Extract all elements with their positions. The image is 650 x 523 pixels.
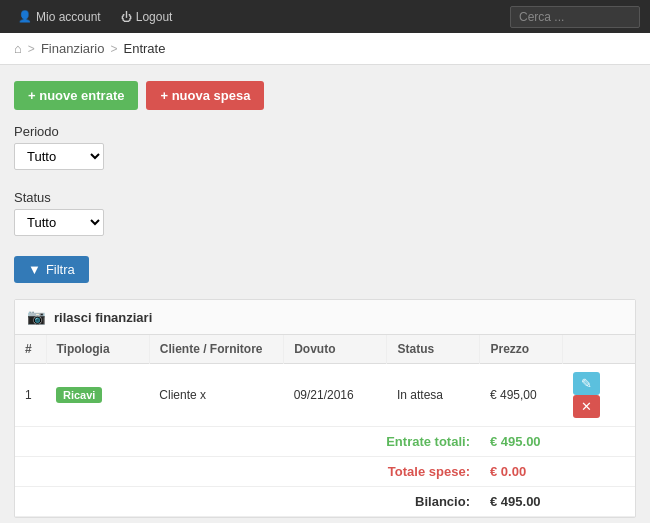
account-icon: 👤 [18, 10, 32, 23]
my-account-button[interactable]: 👤 Mio account [10, 6, 109, 28]
entrate-label: Entrate totali: [15, 427, 480, 457]
entrate-value: € 495.00 [480, 427, 635, 457]
status-filter: Status Tutto In attesa Pagato Annullato [14, 190, 636, 246]
bilancio-label: Bilancio: [15, 487, 480, 517]
bilancio-value: € 495.00 [480, 487, 635, 517]
new-entry-button[interactable]: + nuove entrate [14, 81, 138, 110]
entrate-totali-row: Entrate totali: € 495.00 [15, 427, 635, 457]
bilancio-row: Bilancio: € 495.00 [15, 487, 635, 517]
breadcrumb-finanziario[interactable]: Finanziario [41, 41, 105, 56]
col-cliente: Cliente / Fornitore [149, 335, 283, 364]
main-content: + nuove entrate + nuova spesa Periodo Tu… [0, 65, 650, 523]
spese-value: € 0.00 [480, 457, 635, 487]
table-container: 📷 rilasci finanziari # Tipologia Cliente… [14, 299, 636, 518]
col-dovuto: Dovuto [284, 335, 387, 364]
action-buttons: + nuove entrate + nuova spesa [14, 81, 636, 110]
account-label: Mio account [36, 10, 101, 24]
breadcrumb-current: Entrate [123, 41, 165, 56]
financial-table: # Tipologia Cliente / Fornitore Dovuto S… [15, 335, 635, 517]
filter-label: Filtra [46, 262, 75, 277]
new-expense-button[interactable]: + nuova spesa [146, 81, 264, 110]
periodo-select[interactable]: Tutto Oggi Settimana Mese Anno [14, 143, 104, 170]
breadcrumb-sep-1: > [28, 42, 35, 56]
col-actions [563, 335, 635, 364]
row-prezzo: € 495,00 [480, 364, 563, 427]
col-num: # [15, 335, 46, 364]
top-nav: 👤 Mio account ⏻ Logout [0, 0, 650, 33]
row-actions: ✎ ✕ [563, 364, 635, 427]
status-label: Status [14, 190, 636, 205]
tipologia-badge: Ricavi [56, 387, 102, 403]
nav-left: 👤 Mio account ⏻ Logout [10, 6, 180, 28]
row-status: In attesa [387, 364, 480, 427]
table-header-row: 📷 rilasci finanziari [15, 300, 635, 335]
totale-spese-row: Totale spese: € 0.00 [15, 457, 635, 487]
filter-button[interactable]: ▼ Filtra [14, 256, 89, 283]
logout-icon: ⏻ [121, 11, 132, 23]
breadcrumb-sep-2: > [110, 42, 117, 56]
periodo-filter: Periodo Tutto Oggi Settimana Mese Anno [14, 124, 636, 180]
logout-button[interactable]: ⏻ Logout [113, 6, 181, 28]
filter-icon: ▼ [28, 262, 41, 277]
spese-label: Totale spese: [15, 457, 480, 487]
col-status: Status [387, 335, 480, 364]
row-dovuto: 09/21/2016 [284, 364, 387, 427]
search-input[interactable] [510, 6, 640, 28]
table-row: 1 Ricavi Cliente x 09/21/2016 In attesa … [15, 364, 635, 427]
edit-button[interactable]: ✎ [573, 372, 600, 395]
status-select[interactable]: Tutto In attesa Pagato Annullato [14, 209, 104, 236]
home-icon[interactable]: ⌂ [14, 41, 22, 56]
col-prezzo: Prezzo [480, 335, 563, 364]
table-title: rilasci finanziari [54, 310, 152, 325]
table-column-headers: # Tipologia Cliente / Fornitore Dovuto S… [15, 335, 635, 364]
breadcrumb: ⌂ > Finanziario > Entrate [0, 33, 650, 65]
logout-label: Logout [136, 10, 173, 24]
periodo-label: Periodo [14, 124, 636, 139]
delete-button[interactable]: ✕ [573, 395, 600, 418]
row-cliente: Cliente x [149, 364, 283, 427]
table-camera-icon: 📷 [27, 308, 46, 326]
row-tipologia: Ricavi [46, 364, 149, 427]
col-tipologia: Tipologia [46, 335, 149, 364]
row-num: 1 [15, 364, 46, 427]
